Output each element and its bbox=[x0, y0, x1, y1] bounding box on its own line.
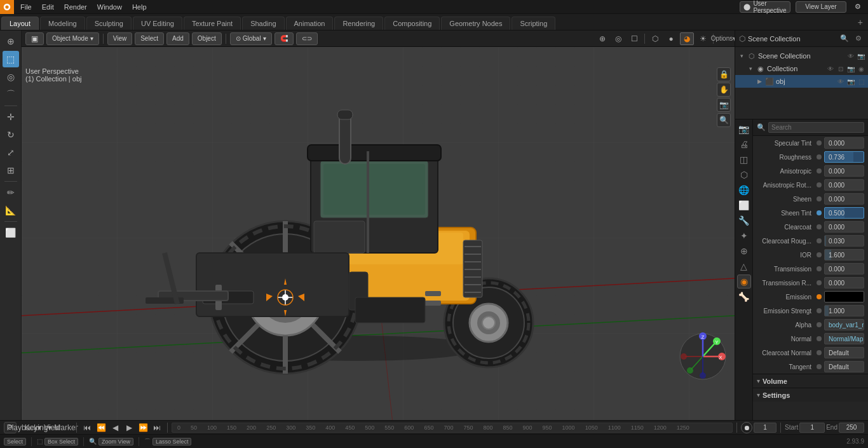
outliner-filter-btn[interactable]: ⚙ bbox=[853, 33, 864, 44]
tab-rendering[interactable]: Rendering bbox=[334, 17, 383, 30]
select-menu-btn[interactable]: Select bbox=[135, 32, 164, 45]
zoom-view-btn[interactable]: 🔍 Zoom View bbox=[89, 438, 133, 445]
col-holdout-icon[interactable]: ◉ bbox=[857, 64, 865, 73]
prop-row-2[interactable]: Anisotropic0.000 bbox=[753, 164, 868, 178]
prop-dot-16[interactable] bbox=[817, 364, 822, 369]
props-tab-scene[interactable]: ⬡ bbox=[737, 168, 751, 182]
prop-value-4[interactable]: 0.000 bbox=[824, 193, 864, 205]
props-search-input[interactable] bbox=[768, 122, 864, 133]
prop-value-0[interactable]: 0.000 bbox=[824, 137, 864, 149]
prop-dot-11[interactable] bbox=[817, 294, 822, 299]
props-tab-world[interactable]: 🌐 bbox=[737, 183, 751, 197]
settings-section-header[interactable]: ▾ Settings bbox=[753, 388, 868, 402]
prop-value-16[interactable]: Default bbox=[824, 361, 864, 372]
prop-value-5[interactable]: 0.500 bbox=[824, 207, 864, 219]
expand-collection[interactable]: ▾ bbox=[747, 65, 754, 72]
render-icon[interactable]: 📷 bbox=[857, 51, 865, 60]
tab-sculpting[interactable]: Sculpting bbox=[86, 17, 132, 30]
box-select-btn[interactable]: ⬚ Box Select bbox=[37, 438, 78, 445]
add-cube-tool[interactable]: ⬜ bbox=[3, 224, 19, 241]
props-tab-material[interactable]: ◉ bbox=[737, 275, 751, 288]
scene-selector[interactable]: ⬤ User Perspective bbox=[740, 1, 790, 13]
prop-row-9[interactable]: Transmission0.000 bbox=[753, 262, 868, 276]
marker-label-btn[interactable]: Marker bbox=[60, 422, 72, 433]
prop-dot-8[interactable] bbox=[817, 252, 822, 257]
overlay-btn[interactable]: ◎ bbox=[611, 32, 625, 45]
playback-end-btn[interactable]: ⏭ bbox=[151, 422, 163, 433]
tab-compositing[interactable]: Compositing bbox=[384, 17, 440, 30]
props-tab-object-data[interactable]: △ bbox=[737, 259, 751, 273]
obj-holdout-icon[interactable]: ⬚ bbox=[857, 77, 865, 86]
props-tab-object-constraint[interactable]: 🦴 bbox=[737, 290, 751, 304]
expand-scene[interactable]: ▾ bbox=[738, 52, 745, 60]
prop-value-7[interactable]: 0.030 bbox=[824, 235, 864, 247]
prop-row-10[interactable]: Transmission R...0.000 bbox=[753, 276, 868, 290]
prop-dot-7[interactable] bbox=[817, 238, 822, 243]
props-tab-particles[interactable]: ✦ bbox=[737, 229, 751, 243]
prop-value-8[interactable]: 1.600 bbox=[824, 249, 864, 261]
prop-dot-3[interactable] bbox=[817, 182, 822, 187]
view-menu-btn[interactable]: View bbox=[107, 32, 133, 45]
select-mode-btn[interactable]: Select bbox=[4, 438, 26, 445]
record-keyframe-btn[interactable]: ⏺ bbox=[741, 422, 752, 433]
props-tab-modifier[interactable]: 🔧 bbox=[737, 214, 751, 227]
prop-color-11[interactable] bbox=[824, 291, 864, 302]
tab-shading[interactable]: Shading bbox=[242, 17, 284, 30]
prop-value-12[interactable]: 1.000 bbox=[824, 305, 864, 316]
blender-logo[interactable] bbox=[0, 0, 14, 14]
playback-start-btn[interactable]: ⏮ bbox=[81, 422, 93, 433]
end-frame-input[interactable] bbox=[839, 423, 864, 433]
tab-scripting[interactable]: Scripting bbox=[512, 17, 555, 30]
cursor-tool[interactable]: ⊕ bbox=[3, 33, 19, 50]
prop-dot-6[interactable] bbox=[817, 224, 822, 229]
rendered-shading[interactable]: ☀ bbox=[696, 32, 710, 45]
prop-row-1[interactable]: Roughness0.736 bbox=[753, 150, 868, 164]
col-visibility-icon[interactable]: 👁 bbox=[826, 64, 835, 73]
outliner-search-btn[interactable]: 🔍 bbox=[839, 33, 850, 44]
tab-texture-paint[interactable]: Texture Paint bbox=[184, 17, 241, 30]
solid-shading[interactable]: ● bbox=[664, 32, 678, 45]
proportional-edit-btn[interactable]: ⊂⊃ bbox=[296, 32, 318, 45]
prop-row-12[interactable]: Emission Strengt1.000 bbox=[753, 304, 868, 318]
prop-dot-5[interactable] bbox=[817, 210, 822, 215]
wireframe-shading[interactable]: ⬡ bbox=[648, 32, 662, 45]
prop-row-6[interactable]: Clearcoat0.000 bbox=[753, 220, 868, 234]
prop-row-13[interactable]: Alphabody_var1_refractio... bbox=[753, 318, 868, 332]
obj-render-icon[interactable]: 📷 bbox=[846, 77, 855, 86]
gizmo-toggle[interactable]: ⊕ bbox=[595, 32, 609, 45]
lasso-select-btn[interactable]: ⌒ Lasso Select bbox=[144, 437, 192, 446]
filter-icon[interactable]: ⚙ bbox=[851, 1, 864, 13]
expand-obj[interactable]: ▶ bbox=[756, 78, 763, 85]
prop-dot-2[interactable] bbox=[817, 168, 822, 173]
keying-label-btn[interactable]: Keying ▾ bbox=[32, 422, 44, 433]
prop-row-11[interactable]: Emission bbox=[753, 290, 868, 304]
prop-row-14[interactable]: NormalNormal/Map bbox=[753, 332, 868, 346]
prop-value-2[interactable]: 0.000 bbox=[824, 165, 864, 177]
visibility-icon[interactable]: 👁 bbox=[846, 51, 855, 60]
prop-dot-12[interactable] bbox=[817, 308, 822, 313]
prop-value-14[interactable]: Normal/Map bbox=[824, 333, 864, 344]
step-fwd-btn[interactable]: ⏩ bbox=[137, 422, 149, 433]
editor-type-btn[interactable]: ▣ bbox=[25, 32, 44, 45]
props-tab-object[interactable]: ⬜ bbox=[737, 198, 751, 212]
prop-dot-1[interactable] bbox=[817, 154, 822, 160]
prop-row-4[interactable]: Sheen0.000 bbox=[753, 192, 868, 206]
select-tool[interactable]: ⬚ bbox=[3, 51, 19, 67]
xray-btn[interactable]: ☐ bbox=[627, 32, 641, 45]
prop-value-13[interactable]: body_var1_refractio... bbox=[824, 319, 864, 330]
material-shading[interactable]: ◕ bbox=[680, 32, 694, 45]
prop-value-10[interactable]: 0.000 bbox=[824, 277, 864, 288]
menu-edit[interactable]: Edit bbox=[37, 0, 59, 14]
snap-btn[interactable]: 🧲 bbox=[275, 32, 294, 45]
viewport-hand-btn[interactable]: ✋ bbox=[717, 83, 731, 97]
select-lasso-tool[interactable]: ⌒ bbox=[3, 86, 19, 103]
tab-layout[interactable]: Layout bbox=[1, 17, 39, 30]
prop-row-16[interactable]: TangentDefault bbox=[753, 360, 868, 374]
props-tab-view-layer[interactable]: ◫ bbox=[737, 153, 751, 166]
view-layer-selector[interactable]: View Layer bbox=[796, 1, 846, 13]
col-select-icon[interactable]: ⊡ bbox=[836, 64, 845, 73]
timeline-frame-track[interactable]: 0 50 100 150 200 250 300 350 400 450 500… bbox=[172, 423, 733, 433]
outliner-obj[interactable]: ▶ ⬛ obj 👁 📷 ⬚ bbox=[735, 75, 868, 88]
prop-dot-13[interactable] bbox=[817, 322, 822, 327]
prop-dot-9[interactable] bbox=[817, 266, 822, 271]
